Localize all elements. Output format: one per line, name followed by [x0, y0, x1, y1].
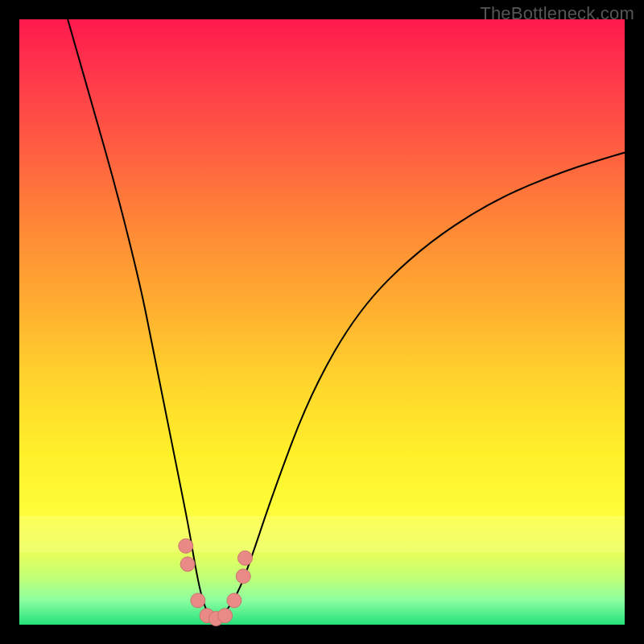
watermark-text: TheBottleneck.com	[480, 3, 634, 24]
curve-path	[68, 19, 625, 618]
marker-dot	[218, 609, 233, 623]
curve-layer	[19, 19, 625, 625]
marker-dot	[191, 593, 205, 608]
marker-dot	[179, 539, 193, 553]
marker-dot	[236, 569, 250, 584]
marker-dot	[180, 557, 195, 572]
marker-dot	[227, 593, 242, 608]
marker-dot	[237, 551, 252, 565]
chart-frame: TheBottleneck.com	[0, 0, 644, 644]
markers-group	[179, 539, 253, 625]
